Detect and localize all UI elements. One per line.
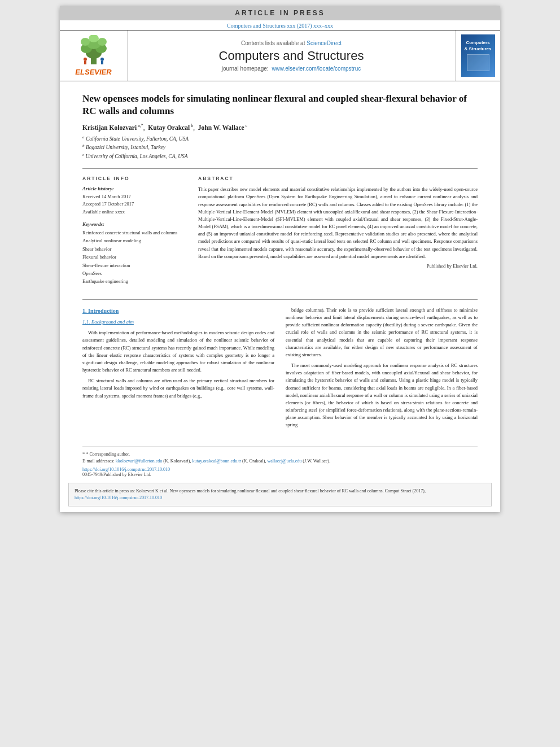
cover-title-line1: Computers	[466, 40, 489, 46]
keyword-2: Analytical nonlinear modeling	[82, 237, 187, 244]
email-addresses[interactable]: kkolozvari@fullerton.edu	[116, 458, 164, 464]
cover-title-line2: & Structures	[464, 46, 491, 52]
sciencedirect-line: Contents lists available at ScienceDirec…	[241, 40, 342, 46]
author-1-name: Kristijan Kolozvari	[82, 124, 137, 131]
homepage-line: journal homepage: www.elsevier.com/locat…	[222, 65, 361, 72]
contents-text: Contents lists available at	[241, 40, 305, 46]
abstract-col: ABSTRACT This paper describes new model …	[198, 176, 478, 291]
citation-text: Please cite this article in press as: Ko…	[75, 488, 426, 493]
intro-para-4: The most commonly-used modeling approach…	[286, 362, 478, 429]
affil-3: c University of California, Los Angeles,…	[82, 152, 478, 160]
citation-box: Please cite this article in press as: Ko…	[68, 483, 492, 506]
published-by: Published by Elsevier Ltd.	[198, 263, 478, 269]
homepage-url[interactable]: www.elsevier.com/locate/compstruc	[272, 65, 361, 72]
available-text: Available online xxxx	[82, 208, 187, 216]
journal-header: ELSEVIER Contents lists available at Sci…	[60, 30, 500, 81]
section-divider	[82, 299, 478, 300]
footnotes-section: * * Corresponding author. E-mail address…	[82, 447, 478, 465]
article-info-col: ARTICLE INFO Article history: Received 1…	[82, 176, 187, 291]
journal-cover-thumb: Computers & Structures	[461, 34, 495, 77]
body-col-right: bridge columns). Their role is to provid…	[286, 307, 478, 433]
received-text: Received 14 March 2017	[82, 193, 187, 200]
doi-line[interactable]: https://doi.org/10.1016/j.compstruc.2017…	[82, 467, 478, 472]
sciencedirect-link[interactable]: ScienceDirect	[307, 40, 342, 46]
email-author2: (K. Orakcal),	[242, 458, 267, 464]
email-note: E-mail addresses: kkolozvari@fullerton.e…	[82, 458, 478, 465]
affil-1: a California State University, Fullerton…	[82, 134, 478, 143]
author-3-sup: c	[244, 123, 248, 128]
subsection-1-1-heading: 1.1. Background and aim	[82, 318, 274, 326]
affiliations: a California State University, Fullerton…	[82, 134, 478, 160]
keyword-5: Shear-flexure interaction	[82, 261, 187, 269]
svg-rect-11	[101, 61, 103, 64]
journal-ref-line: Computers and Structures xxx (2017) xxx–…	[60, 20, 500, 30]
journal-ref-text: Computers and Structures xxx (2017) xxx–…	[227, 23, 333, 29]
abstract-label: ABSTRACT	[198, 176, 478, 181]
elsevier-logo: ELSEVIER	[74, 35, 113, 76]
doi-text: https://doi.org/10.1016/j.compstruc.2017…	[82, 467, 170, 472]
intro-para-2: RC structural walls and columns are ofte…	[82, 377, 274, 400]
keyword-7: Earthquake engineering	[82, 277, 187, 285]
author-1-sup: a,*	[137, 123, 143, 128]
banner-text: ARTICLE IN PRESS	[235, 9, 325, 17]
email-author1: (K. Kolozvari),	[163, 458, 192, 464]
svg-point-10	[100, 58, 104, 61]
author-2-sup: b	[190, 123, 193, 128]
elsevier-wordmark: ELSEVIER	[75, 68, 111, 76]
email-author3: (J.W. Wallace).	[303, 458, 330, 464]
issn-text: 0045-7949/Published by Elsevier Ltd.	[82, 472, 151, 477]
svg-point-6	[98, 38, 107, 46]
keyword-6: OpenSees	[82, 269, 187, 277]
page: ARTICLE IN PRESS Computers and Structure…	[60, 6, 500, 512]
email-orakcal[interactable]: kutay.orakcal@boun.edu.tr	[192, 458, 241, 464]
author-3-name: John W. Wallace	[198, 124, 244, 131]
intro-para-1: With implementation of performance-based…	[82, 329, 274, 374]
keywords-list: Reinforced concrete structural walls and…	[82, 229, 187, 286]
issn-line: 0045-7949/Published by Elsevier Ltd.	[82, 472, 478, 477]
keyword-1: Reinforced concrete structural walls and…	[82, 229, 187, 237]
affil-2: b Bogazici University, Istanbul, Turkey	[82, 143, 478, 151]
info-abstract-section: ARTICLE INFO Article history: Received 1…	[82, 168, 478, 291]
article-history-group: Article history: Received 14 March 2017 …	[82, 186, 187, 216]
journal-header-center: Contents lists available at ScienceDirec…	[128, 30, 455, 81]
citation-link[interactable]: https://doi.org/10.1016/j.compstruc.2017…	[75, 495, 162, 500]
elsevier-logo-area: ELSEVIER	[60, 30, 128, 81]
journal-title: Computers and Structures	[219, 49, 364, 63]
section-1-heading: 1. Introduction	[82, 307, 274, 316]
intro-para-3: bridge columns). Their role is to provid…	[286, 307, 478, 359]
body-col-left: 1. Introduction 1.1. Background and aim …	[82, 307, 274, 433]
email-wallace[interactable]: wallacej@ucla.edu	[267, 458, 301, 464]
keywords-heading: Keywords:	[82, 221, 187, 227]
journal-cover-area: Computers & Structures	[455, 30, 500, 81]
keyword-4: Flexural behavior	[82, 253, 187, 261]
corresponding-note: * * Corresponding author.	[82, 451, 478, 458]
keywords-group: Keywords: Reinforced concrete structural…	[82, 221, 187, 286]
abstract-text: This paper describes new model elements …	[198, 186, 478, 260]
accepted-text: Accepted 17 October 2017	[82, 200, 187, 208]
email-label: E-mail addresses:	[82, 458, 115, 464]
body-section: 1. Introduction 1.1. Background and aim …	[82, 307, 478, 433]
cover-image-placeholder	[467, 54, 489, 71]
elsevier-tree-icon	[74, 35, 113, 66]
svg-rect-9	[84, 61, 86, 64]
history-heading: Article history:	[82, 186, 187, 191]
author-2-name: Kutay Orakcal	[148, 124, 190, 131]
keyword-3: Shear behavior	[82, 245, 187, 253]
svg-point-8	[84, 58, 87, 61]
corresponding-text: * Corresponding author.	[86, 452, 130, 457]
homepage-label: journal homepage:	[222, 65, 269, 72]
article-info-label: ARTICLE INFO	[82, 176, 187, 181]
authors-line: Kristijan Kolozvari a,*, Kutay Orakcal b…	[82, 123, 478, 131]
svg-point-5	[81, 38, 90, 46]
main-content: New opensees models for simulating nonli…	[60, 81, 500, 441]
article-in-press-banner: ARTICLE IN PRESS	[60, 6, 500, 20]
article-title: New opensees models for simulating nonli…	[82, 93, 478, 117]
